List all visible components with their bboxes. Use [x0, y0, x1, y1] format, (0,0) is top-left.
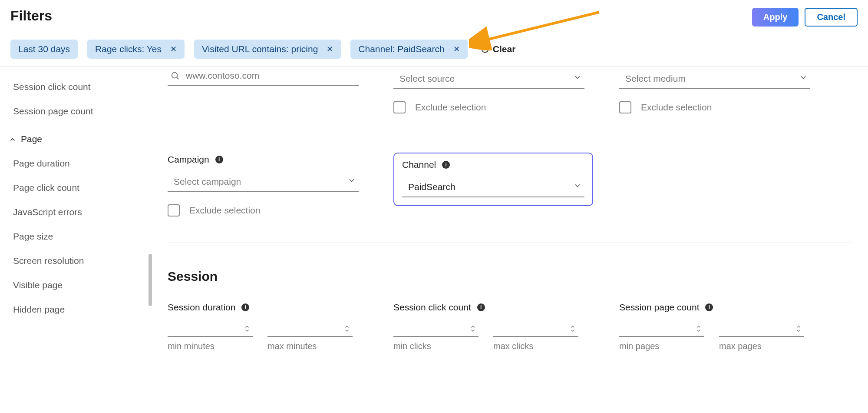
sidebar-group-label: Page: [21, 134, 42, 144]
pages-min-hint: min pages: [619, 341, 704, 351]
exclude-campaign-label: Exclude selection: [189, 205, 260, 216]
filter-chips-row: Last 30 days Rage clicks: Yes ✕ Visited …: [0, 27, 868, 67]
channel-value: PaidSearch: [408, 182, 455, 192]
url-value: www.contoso.com: [186, 70, 259, 81]
channel-highlight: Channel i PaidSearch: [393, 153, 593, 206]
source-placeholder: Select source: [399, 73, 455, 84]
sidebar-item-javascript-errors[interactable]: JavaScript errors: [9, 200, 150, 224]
medium-placeholder: Select medium: [625, 73, 686, 84]
chevron-down-icon: [573, 73, 582, 84]
info-icon[interactable]: i: [705, 303, 713, 311]
stepper-icon[interactable]: [695, 323, 703, 334]
header-actions: Apply Cancel: [752, 8, 858, 27]
filter-chip-date[interactable]: Last 30 days: [10, 40, 78, 59]
stepper-icon[interactable]: [243, 323, 251, 334]
channel-select[interactable]: PaidSearch: [402, 179, 584, 197]
session-click-count-field: Session click count i min clicks: [393, 300, 584, 351]
svg-point-2: [172, 73, 178, 78]
scrollbar-thumb[interactable]: [149, 254, 152, 306]
chevron-up-icon: [9, 135, 17, 143]
sidebar-item-page-duration[interactable]: Page duration: [9, 151, 150, 176]
close-icon[interactable]: ✕: [170, 45, 177, 53]
chevron-down-icon: [347, 176, 356, 187]
info-icon[interactable]: i: [477, 303, 485, 311]
duration-max-hint: max minutes: [267, 341, 353, 351]
chevron-down-icon: [799, 73, 808, 84]
session-clicks-label: Session click count: [393, 302, 471, 313]
chip-label: Rage clicks: Yes: [95, 44, 162, 54]
filter-chip-channel[interactable]: Channel: PaidSearch ✕: [350, 40, 467, 59]
campaign-placeholder: Select campaign: [174, 177, 241, 187]
filter-chip-rage-clicks[interactable]: Rage clicks: Yes ✕: [87, 40, 185, 59]
clicks-min-hint: min clicks: [393, 341, 479, 351]
chip-label: Channel: PaidSearch: [358, 44, 444, 54]
exclude-campaign-checkbox[interactable]: [168, 204, 180, 216]
info-icon[interactable]: i: [215, 156, 223, 163]
clear-label: Clear: [493, 44, 516, 54]
clicks-max-input[interactable]: [493, 321, 578, 337]
source-select[interactable]: Select source: [393, 70, 584, 89]
sidebar-item-hidden-page[interactable]: Hidden page: [9, 297, 150, 322]
sidebar-item-session-click-count[interactable]: Session click count: [9, 75, 150, 99]
search-icon: [170, 71, 180, 80]
section-divider: [168, 243, 851, 243]
medium-select[interactable]: Select medium: [619, 70, 810, 89]
sidebar-item-visible-page[interactable]: Visible page: [9, 273, 150, 297]
campaign-select[interactable]: Select campaign: [168, 173, 359, 192]
exclude-source-checkbox[interactable]: [393, 101, 406, 113]
sidebar-item-screen-resolution[interactable]: Screen resolution: [9, 249, 150, 273]
duration-min-input[interactable]: [168, 321, 253, 337]
chip-label: Visited URL contains: pricing: [202, 44, 318, 54]
sidebar-group-page[interactable]: Page: [9, 123, 150, 151]
chevron-down-icon: [573, 181, 582, 192]
session-heading: Session: [168, 269, 851, 284]
campaign-label: Campaign: [168, 154, 209, 165]
filters-sidebar: Session click count Session page count P…: [0, 67, 150, 373]
pages-max-hint: max pages: [719, 341, 804, 351]
clear-filters-button[interactable]: Clear: [481, 44, 516, 54]
exclude-medium-checkbox[interactable]: [619, 101, 631, 113]
stepper-icon[interactable]: [469, 323, 477, 334]
undo-icon: [481, 45, 489, 53]
cancel-button[interactable]: Cancel: [805, 8, 858, 27]
close-icon[interactable]: ✕: [327, 45, 333, 53]
info-icon[interactable]: i: [241, 303, 249, 311]
session-duration-field: Session duration i min minutes: [168, 300, 359, 351]
source-field: Select source Exclude selection: [393, 70, 584, 113]
chip-label: Last 30 days: [18, 44, 70, 54]
page-title: Filters: [10, 8, 52, 24]
sidebar-item-page-click-count[interactable]: Page click count: [9, 176, 150, 200]
pages-min-input[interactable]: [619, 321, 704, 337]
stepper-icon[interactable]: [795, 323, 802, 334]
sidebar-item-session-page-count[interactable]: Session page count: [9, 99, 150, 123]
svg-line-3: [177, 77, 178, 79]
channel-label: Channel: [402, 160, 436, 170]
session-pages-label: Session page count: [619, 302, 699, 313]
campaign-field: Campaign i Select campaign Exclude selec…: [168, 153, 359, 216]
url-field: www.contoso.com: [168, 70, 359, 113]
url-input[interactable]: www.contoso.com: [168, 70, 359, 86]
sidebar-item-page-size[interactable]: Page size: [9, 224, 150, 249]
exclude-source-label: Exclude selection: [415, 102, 486, 113]
session-page-count-field: Session page count i min pages: [619, 300, 810, 351]
pages-max-input[interactable]: [719, 321, 804, 337]
filters-main: www.contoso.com Select source Exclude se…: [150, 67, 868, 373]
info-icon[interactable]: i: [442, 161, 450, 169]
medium-field: Select medium Exclude selection: [619, 70, 810, 113]
duration-min-hint: min minutes: [168, 341, 253, 351]
stepper-icon[interactable]: [343, 323, 351, 334]
close-icon[interactable]: ✕: [453, 45, 460, 53]
filter-chip-visited-url[interactable]: Visited URL contains: pricing ✕: [194, 40, 341, 59]
stepper-icon[interactable]: [569, 323, 577, 334]
session-duration-label: Session duration: [168, 302, 235, 313]
duration-max-input[interactable]: [267, 321, 353, 337]
clicks-min-input[interactable]: [393, 321, 479, 337]
clicks-max-hint: max clicks: [493, 341, 578, 351]
channel-field: Channel i PaidSearch: [393, 153, 593, 216]
apply-button[interactable]: Apply: [752, 8, 799, 27]
exclude-medium-label: Exclude selection: [641, 102, 712, 113]
